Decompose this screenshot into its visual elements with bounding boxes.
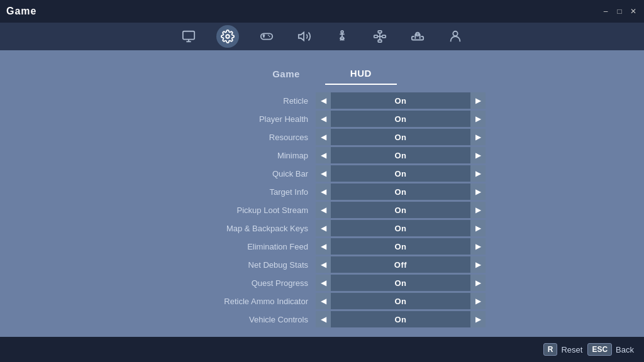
arrow-right-button[interactable]: ▶ xyxy=(470,92,486,109)
arrow-left-button[interactable]: ◀ xyxy=(316,256,331,273)
arrow-right-button[interactable]: ▶ xyxy=(470,275,486,291)
arrow-right-button[interactable]: ▶ xyxy=(470,293,486,309)
setting-value: On xyxy=(331,278,470,288)
arrow-right-button[interactable]: ▶ xyxy=(470,220,486,236)
settings-icon[interactable] xyxy=(216,25,239,48)
svg-rect-12 xyxy=(378,31,382,33)
setting-label: Quest Progress xyxy=(158,278,316,288)
close-button[interactable]: ✕ xyxy=(629,7,638,16)
main-content: Game HUD Reticle◀On▶Player Health◀On▶Res… xyxy=(0,50,644,337)
svg-point-11 xyxy=(341,31,343,33)
setting-value: On xyxy=(331,169,470,178)
arrow-left-button[interactable]: ◀ xyxy=(316,165,331,182)
svg-rect-13 xyxy=(378,40,382,43)
back-button[interactable]: ESC Back xyxy=(587,343,634,356)
reset-key: R xyxy=(543,343,558,356)
setting-control: ◀On▶ xyxy=(316,220,486,236)
svg-rect-14 xyxy=(374,35,378,38)
svg-rect-15 xyxy=(382,35,386,38)
setting-value: On xyxy=(331,151,470,160)
arrow-left-button[interactable]: ◀ xyxy=(316,147,331,163)
setting-control: ◀On▶ xyxy=(316,92,486,109)
arrow-right-button[interactable]: ▶ xyxy=(470,111,486,127)
minimize-button[interactable]: – xyxy=(601,7,610,16)
setting-label: Resources xyxy=(158,133,316,142)
table-row: Pickup Loot Stream◀On▶ xyxy=(158,202,486,218)
table-row: Map & Backpack Keys◀On▶ xyxy=(158,220,486,236)
setting-label: Reticle xyxy=(158,96,316,106)
arrow-right-button[interactable]: ▶ xyxy=(470,202,486,218)
svg-rect-0 xyxy=(183,31,194,40)
monitor-icon[interactable] xyxy=(179,26,199,47)
setting-label: Quick Bar xyxy=(158,169,316,178)
table-row: Vehicle Controls◀On▶ xyxy=(158,311,486,327)
arrow-right-button[interactable]: ▶ xyxy=(470,147,486,163)
gamepad-icon[interactable] xyxy=(257,26,277,47)
setting-value: On xyxy=(331,187,470,197)
maximize-button[interactable]: □ xyxy=(615,7,624,16)
setting-control: ◀On▶ xyxy=(316,238,486,255)
arrow-right-button[interactable]: ▶ xyxy=(470,256,486,273)
settings-list: Reticle◀On▶Player Health◀On▶Resources◀On… xyxy=(25,92,619,327)
setting-control: ◀On▶ xyxy=(316,165,486,182)
setting-control: ◀Off▶ xyxy=(316,256,486,273)
table-row: Target Info◀On▶ xyxy=(158,184,486,200)
setting-control: ◀On▶ xyxy=(316,184,486,200)
user-icon[interactable] xyxy=(445,26,465,47)
setting-control: ◀On▶ xyxy=(316,111,486,127)
setting-label: Minimap xyxy=(158,151,316,160)
arrow-left-button[interactable]: ◀ xyxy=(316,311,331,327)
back-label: Back xyxy=(616,345,634,354)
table-row: Reticle Ammo Indicator◀On▶ xyxy=(158,293,486,309)
setting-control: ◀On▶ xyxy=(316,202,486,218)
table-row: Elimination Feed◀On▶ xyxy=(158,238,486,255)
tab-game[interactable]: Game xyxy=(247,63,325,85)
title-bar: Game – □ ✕ xyxy=(0,0,644,23)
arrow-left-button[interactable]: ◀ xyxy=(316,129,331,145)
nav-bar xyxy=(0,23,644,50)
audio-icon[interactable] xyxy=(294,26,314,47)
tabs: Game HUD xyxy=(25,63,619,85)
table-row: Quick Bar◀On▶ xyxy=(158,165,486,182)
setting-value: On xyxy=(331,242,470,251)
arrow-left-button[interactable]: ◀ xyxy=(316,293,331,309)
setting-value: On xyxy=(331,133,470,142)
arrow-right-button[interactable]: ▶ xyxy=(470,184,486,200)
setting-control: ◀On▶ xyxy=(316,293,486,309)
setting-control: ◀On▶ xyxy=(316,129,486,145)
back-key: ESC xyxy=(587,343,612,356)
table-row: Reticle◀On▶ xyxy=(158,92,486,109)
controller-icon[interactable] xyxy=(408,26,428,47)
setting-value: On xyxy=(331,297,470,306)
arrow-left-button[interactable]: ◀ xyxy=(316,220,331,236)
setting-value: Off xyxy=(331,260,470,270)
arrow-right-button[interactable]: ▶ xyxy=(470,311,486,327)
setting-value: On xyxy=(331,224,470,233)
setting-label: Map & Backpack Keys xyxy=(158,224,316,233)
table-row: Resources◀On▶ xyxy=(158,129,486,145)
network-icon[interactable] xyxy=(370,26,390,47)
arrow-left-button[interactable]: ◀ xyxy=(316,202,331,218)
setting-label: Player Health xyxy=(158,114,316,124)
setting-label: Target Info xyxy=(158,187,316,197)
table-row: Quest Progress◀On▶ xyxy=(158,275,486,291)
arrow-left-button[interactable]: ◀ xyxy=(316,238,331,255)
arrow-left-button[interactable]: ◀ xyxy=(316,92,331,109)
setting-label: Pickup Loot Stream xyxy=(158,206,316,215)
arrow-right-button[interactable]: ▶ xyxy=(470,238,486,255)
arrow-left-button[interactable]: ◀ xyxy=(316,111,331,127)
arrow-right-button[interactable]: ▶ xyxy=(470,129,486,145)
svg-point-20 xyxy=(453,31,457,36)
accessibility-icon[interactable] xyxy=(332,26,352,47)
arrow-left-button[interactable]: ◀ xyxy=(316,275,331,291)
arrow-right-button[interactable]: ▶ xyxy=(470,165,486,182)
setting-label: Net Debug Stats xyxy=(158,260,316,270)
window-title: Game xyxy=(6,6,36,17)
svg-rect-4 xyxy=(261,33,272,39)
setting-value: On xyxy=(331,114,470,124)
setting-value: On xyxy=(331,315,470,324)
table-row: Player Health◀On▶ xyxy=(158,111,486,127)
tab-hud[interactable]: HUD xyxy=(325,63,397,85)
reset-button[interactable]: R Reset xyxy=(543,343,583,356)
arrow-left-button[interactable]: ◀ xyxy=(316,184,331,200)
